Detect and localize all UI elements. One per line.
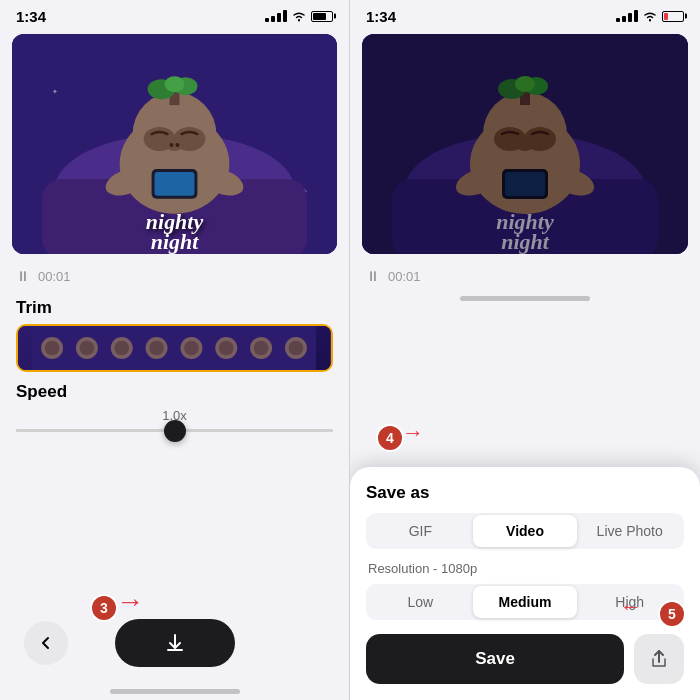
speed-label: Speed: [0, 372, 349, 406]
share-button[interactable]: [634, 634, 684, 684]
time-display-right: 00:01: [388, 269, 421, 284]
signal-icon: [265, 10, 287, 22]
download-icon: [164, 632, 186, 654]
save-row: Save: [366, 634, 684, 684]
battery-icon-right: [662, 11, 684, 22]
step-5-circle: 5: [658, 600, 686, 628]
format-tabs: GIF Video Live Photo: [366, 513, 684, 549]
sloth-illustration-right: ☽ ☽ ☽ ✦ nighty: [362, 34, 688, 254]
speed-slider-container: [0, 425, 349, 440]
svg-point-20: [165, 76, 185, 92]
svg-point-35: [149, 341, 164, 356]
svg-text:night: night: [151, 229, 199, 254]
status-time-right: 1:34: [366, 8, 396, 25]
pause-icon-right[interactable]: ⏸: [366, 268, 380, 284]
save-as-modal: Save as GIF Video Live Photo Resolution …: [350, 467, 700, 700]
speed-slider-thumb[interactable]: [164, 420, 186, 442]
video-controls-left: ⏸ 00:01: [0, 262, 349, 290]
bottom-toolbar-left: [0, 607, 349, 683]
tab-gif[interactable]: GIF: [368, 515, 473, 547]
svg-point-33: [114, 341, 129, 356]
arrow-to-save: ←: [620, 594, 642, 620]
sloth-illustration-left: ☽ ☽ ☽ ✦ ✦ ✦: [12, 34, 337, 254]
svg-point-56: [517, 141, 533, 151]
svg-point-39: [219, 341, 234, 356]
signal-icon-right: [616, 10, 638, 22]
status-bar-left: 1:34: [0, 0, 349, 28]
svg-text:✦: ✦: [52, 88, 58, 95]
svg-text:night: night: [501, 229, 550, 254]
status-bar-right: 1:34: [350, 0, 700, 28]
back-button[interactable]: [24, 621, 68, 665]
status-time-left: 1:34: [16, 8, 46, 25]
trim-label: Trim: [0, 290, 349, 324]
trim-frame: [18, 326, 331, 370]
arrow-to-video: →: [402, 420, 424, 446]
resolution-low[interactable]: Low: [368, 586, 473, 618]
svg-point-44: [649, 20, 651, 22]
svg-point-14: [167, 141, 183, 151]
save-as-title: Save as: [366, 483, 684, 503]
svg-point-15: [170, 143, 174, 147]
video-preview-right: ☽ ☽ ☽ ✦ nighty: [362, 34, 688, 254]
save-button-label: Save: [475, 649, 515, 669]
tab-video[interactable]: Video: [473, 515, 578, 547]
time-display-left: 00:01: [38, 269, 71, 284]
video-preview-left: ☽ ☽ ☽ ✦ ✦ ✦: [12, 34, 337, 254]
battery-icon-left: [311, 11, 333, 22]
svg-point-60: [515, 76, 535, 92]
wifi-icon: [291, 10, 307, 22]
svg-point-0: [298, 20, 300, 22]
share-icon: [649, 649, 669, 669]
right-phone: 1:34 ☽ ☽: [350, 0, 700, 700]
status-icons-left: [265, 10, 333, 22]
download-button[interactable]: [115, 619, 235, 667]
video-controls-right: ⏸ 00:01: [350, 262, 700, 290]
svg-point-16: [175, 143, 179, 147]
svg-point-41: [254, 341, 269, 356]
left-phone: 1:34: [0, 0, 350, 700]
pause-icon[interactable]: ⏸: [16, 268, 30, 284]
svg-point-29: [45, 341, 60, 356]
svg-rect-27: [32, 326, 316, 370]
trim-strip[interactable]: [16, 324, 333, 372]
resolution-medium[interactable]: Medium: [473, 586, 578, 618]
svg-point-37: [184, 341, 199, 356]
svg-point-31: [80, 341, 95, 356]
svg-rect-62: [505, 172, 545, 196]
svg-rect-22: [155, 172, 195, 196]
wifi-icon-right: [642, 10, 658, 22]
home-indicator-left: [110, 689, 240, 694]
resolution-label: Resolution - 1080p: [366, 561, 684, 576]
home-indicator-right: [460, 296, 590, 301]
save-button[interactable]: Save: [366, 634, 624, 684]
speed-slider-track[interactable]: [16, 429, 333, 432]
back-icon: [38, 635, 54, 651]
status-icons-right: [616, 10, 684, 22]
tab-live-photo[interactable]: Live Photo: [577, 515, 682, 547]
step-4-circle: 4: [376, 424, 404, 452]
arrow-to-download: →: [116, 586, 144, 618]
svg-point-43: [289, 341, 304, 356]
step-3-circle: 3: [90, 594, 118, 622]
